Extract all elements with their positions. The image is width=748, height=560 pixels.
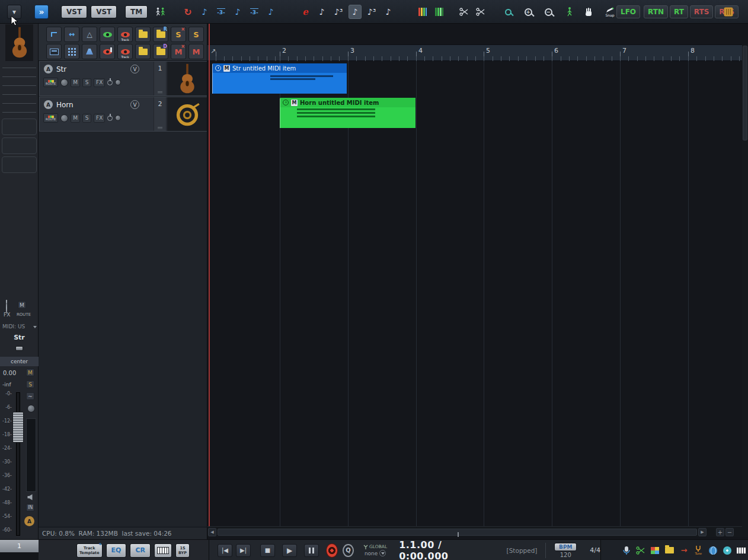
show-all-tracks-icon[interactable] (100, 27, 115, 42)
note-length-icon[interactable]: ♪ (382, 5, 395, 19)
midi-item-horn[interactable]: M Horn untitled MIDI item (280, 98, 415, 128)
palette-icon[interactable] (649, 544, 661, 557)
insert-marker-icon[interactable] (46, 27, 62, 42)
zoom-out-icon[interactable]: − (542, 5, 555, 19)
strip-mute-button[interactable]: M (26, 369, 34, 376)
hand-tool-icon[interactable] (582, 5, 595, 19)
mute-exclusive-icon[interactable]: M (188, 44, 204, 59)
note-length-selected-icon[interactable]: ♪ (349, 5, 362, 19)
rts-button-1[interactable]: RTS (690, 5, 714, 18)
zoom-in-icon[interactable]: + (522, 5, 535, 19)
fx-button[interactable]: FX (94, 114, 105, 123)
lfo-button[interactable]: LFO (616, 5, 640, 18)
note-length-icon[interactable]: ♪ (315, 5, 328, 19)
volume-knob[interactable] (115, 79, 121, 85)
loop-toggle-icon[interactable]: ↻ (181, 5, 194, 19)
zoom-reset-icon[interactable] (501, 5, 514, 19)
track-name[interactable]: Horn (56, 101, 73, 109)
virtual-keyboard-icon[interactable] (736, 544, 748, 557)
vst-button-2[interactable]: VST (91, 5, 117, 18)
trim-button[interactable]: ~ (26, 392, 34, 400)
grid-settings-icon[interactable] (64, 44, 79, 59)
repeat-button[interactable]: Q (343, 544, 354, 557)
docker-slot[interactable] (2, 137, 37, 154)
crossfade-button[interactable]: CR (130, 543, 151, 558)
arm-chip[interactable]: A (44, 100, 53, 109)
note-length-triplet-icon[interactable]: ♪³ (332, 5, 345, 19)
play-button[interactable]: ▶ (282, 544, 297, 557)
track-template-button[interactable]: * Track Template (76, 543, 103, 558)
time-signature[interactable]: 4/4 (590, 546, 600, 554)
grid-note-icon[interactable]: ♪ (264, 5, 277, 19)
pan-knob[interactable] (60, 79, 68, 87)
go-to-start-button[interactable]: |◀ (218, 544, 232, 557)
tuner-icon[interactable]: Tune (692, 544, 705, 557)
cd-icon[interactable] (721, 544, 733, 557)
vst-button-1[interactable]: VST (61, 5, 87, 18)
track-row-horn[interactable]: A Horn V ROUTE M S FX (39, 97, 207, 132)
unsolo-all-icon[interactable]: S× (171, 27, 186, 42)
master-route-label[interactable]: ROUTE (17, 312, 31, 317)
measure-tool-icon[interactable]: △ (82, 27, 97, 42)
track-visibility-icon[interactable]: Track (117, 44, 133, 59)
tempo-control[interactable]: BPM 120 (554, 543, 577, 558)
scroll-left-arrow[interactable]: ◀ (208, 528, 216, 536)
volume-fader-thumb[interactable] (12, 412, 24, 443)
envelope-icon[interactable]: e (299, 5, 312, 19)
routing-matrix-icon[interactable] (82, 44, 97, 59)
note-length-triplet-icon[interactable]: ♪³ (365, 5, 378, 19)
mute-button[interactable]: M (71, 114, 80, 123)
monitoring-icon[interactable] (46, 44, 62, 59)
speaker-icon[interactable] (27, 494, 34, 501)
track-name[interactable]: Str (56, 65, 66, 73)
hide-track-icon[interactable]: Track (117, 27, 133, 42)
track-manager-button[interactable]: TM (125, 5, 148, 18)
hzoom-out-button[interactable]: − (725, 528, 734, 536)
chevron-down-icon[interactable] (379, 550, 386, 556)
eq-button[interactable]: EQ (106, 543, 127, 558)
pool-number-chip[interactable]: 1 (0, 540, 39, 552)
automation-chip[interactable]: A (24, 516, 34, 526)
master-mute-chip[interactable]: M (18, 301, 26, 309)
mixer-visibility-icon[interactable] (100, 44, 115, 59)
scroll-right-arrow[interactable]: ▶ (698, 528, 707, 536)
global-automation-selector[interactable]: GLOBAL none (363, 544, 387, 556)
stop-button[interactable]: ■ (260, 544, 275, 557)
media-folder-device-icon[interactable]: D (153, 44, 168, 59)
input-button[interactable]: IN (26, 504, 34, 511)
pan-knob[interactable] (60, 114, 68, 122)
chevron-down-icon[interactable] (33, 326, 37, 328)
midi-device-selector[interactable]: MIDI: US (2, 324, 25, 329)
track-row-str[interactable]: A Str V ROUTE M S FX (39, 61, 207, 96)
vertical-scrollbar[interactable] (742, 44, 748, 537)
grid-triplet-icon[interactable]: -3- (215, 5, 228, 19)
instrument-library-icon[interactable] (722, 5, 735, 19)
route-button[interactable]: ROUTE (43, 113, 58, 123)
solo-button[interactable]: S (82, 78, 91, 87)
arm-chip[interactable]: A (44, 65, 53, 73)
track-number[interactable]: 1 (154, 62, 167, 95)
master-fx-label[interactable]: FX (4, 312, 10, 318)
scissors-icon[interactable] (634, 544, 647, 557)
strip-solo-button[interactable]: S (26, 380, 34, 388)
record-button[interactable] (326, 543, 338, 558)
scrollbar-thumb[interactable] (743, 46, 747, 140)
split-at-cursor-icon[interactable] (474, 5, 487, 19)
unmute-all-icon[interactable]: M× (171, 44, 186, 59)
microphone-icon[interactable] (620, 544, 632, 557)
walk-mode-icon[interactable] (563, 5, 576, 19)
performers-icon[interactable] (154, 5, 167, 19)
render-queue-button[interactable]: » (34, 5, 49, 19)
media-folder-icon[interactable] (663, 544, 676, 557)
time-position-display[interactable]: 1.1.00 / 0:00.000 (399, 539, 478, 560)
pan-slider-cap[interactable] (15, 346, 23, 351)
globe-icon[interactable] (707, 544, 719, 557)
piano-roll-button[interactable] (154, 543, 172, 558)
scrollbar-thumb[interactable] (218, 529, 697, 536)
rt-button[interactable]: RT (670, 5, 688, 18)
track-number[interactable]: 2 (154, 97, 167, 131)
rtn-button[interactable]: RTN (644, 5, 668, 18)
fx-bypass-icon[interactable] (107, 116, 113, 121)
grid-triplet-icon[interactable]: -3- (248, 5, 261, 19)
mute-button[interactable]: M (71, 78, 80, 87)
